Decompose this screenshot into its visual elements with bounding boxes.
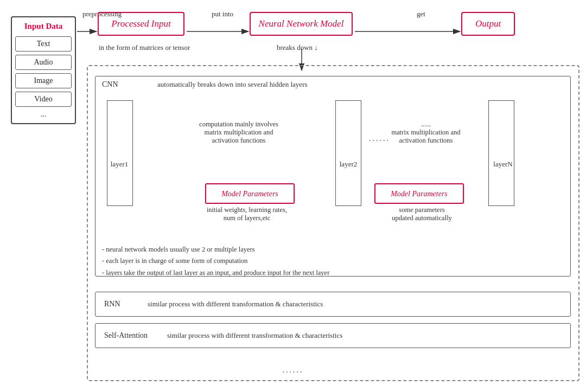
self-attention-description: similar process with different transform… bbox=[167, 331, 342, 340]
input-item-image: Image bbox=[15, 73, 72, 88]
cnn-description: automatically breaks down into several h… bbox=[157, 80, 308, 89]
get-label: get bbox=[417, 10, 425, 18]
processed-input-box: Processed Input bbox=[98, 12, 184, 36]
bullet-note-3: - layers take the output of last layer a… bbox=[102, 267, 329, 279]
input-dots: ... bbox=[41, 110, 47, 119]
bullet-note-2: - each layer is in charge of some form o… bbox=[102, 255, 329, 267]
bottom-dots: ...... bbox=[283, 366, 304, 375]
neural-network-box: Neural Network Model bbox=[250, 12, 353, 36]
breaks-down-label: breaks down ↓ bbox=[277, 43, 318, 52]
params-desc-2: some parametersupdated automatically bbox=[369, 206, 475, 222]
input-data-box: Input Data Text Audio Image Video ... bbox=[11, 16, 76, 124]
model-params-label-2: Model Parameters bbox=[391, 190, 448, 198]
put-into-label: put into bbox=[212, 10, 233, 18]
layer1-block bbox=[107, 100, 133, 206]
rnn-description: similar process with different transform… bbox=[148, 300, 323, 309]
layer2-block bbox=[335, 100, 361, 206]
params-desc-1: initial weights, learning rates,num of l… bbox=[184, 206, 309, 222]
output-label: Output bbox=[475, 18, 501, 29]
computation-text-1: computation mainly involvesmatrix multip… bbox=[187, 120, 290, 145]
layern-block bbox=[488, 100, 514, 206]
model-params-box-2: Model Parameters bbox=[374, 183, 464, 204]
diagram-container: Input Data Text Audio Image Video ... pr… bbox=[0, 0, 586, 392]
neural-network-label: Neural Network Model bbox=[259, 18, 344, 29]
layer2-label: layer2 bbox=[332, 160, 365, 169]
computation-text-2: ......matrix multiplication andactivatio… bbox=[374, 120, 477, 145]
processed-input-label: Processed Input bbox=[111, 18, 170, 29]
self-attention-label: Self-Attention bbox=[104, 331, 158, 340]
bullet-note-1: - neural network models usually use 2 or… bbox=[102, 244, 329, 255]
rnn-label: RNN bbox=[104, 300, 126, 309]
matrix-label: in the form of matrices or tensor bbox=[99, 43, 190, 52]
input-item-video: Video bbox=[15, 92, 72, 107]
cnn-label: CNN bbox=[102, 80, 118, 89]
model-params-box-1: Model Parameters bbox=[205, 183, 295, 204]
bullet-notes: - neural network models usually use 2 or… bbox=[102, 244, 329, 279]
layern-label: layerN bbox=[484, 160, 522, 169]
output-box: Output bbox=[461, 12, 515, 36]
self-attention-box: Self-Attention similar process with diff… bbox=[95, 323, 571, 348]
input-item-text: Text bbox=[15, 36, 72, 52]
input-data-title: Input Data bbox=[24, 22, 62, 31]
layer1-label: layer1 bbox=[103, 160, 136, 169]
input-item-audio: Audio bbox=[15, 55, 72, 70]
rnn-box: RNN similar process with different trans… bbox=[95, 292, 571, 317]
model-params-label-1: Model Parameters bbox=[221, 190, 278, 198]
